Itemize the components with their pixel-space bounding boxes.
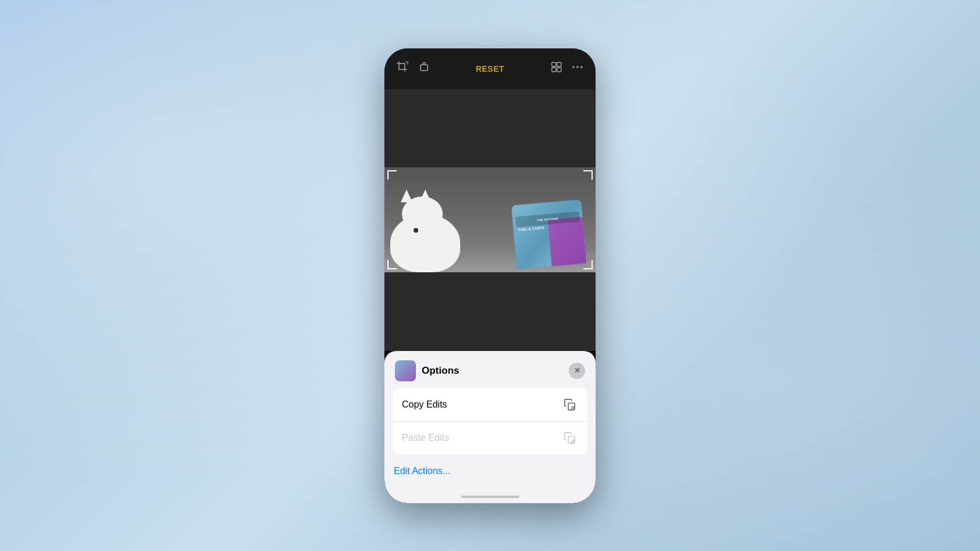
cat-image: THE NATIONS FISH & CHIPS <box>384 167 596 272</box>
paste-edits-item: Paste Edits <box>393 422 587 454</box>
paste-edits-icon <box>562 430 578 446</box>
svg-point-7 <box>580 66 583 68</box>
svg-point-5 <box>572 66 575 68</box>
svg-rect-2 <box>557 62 561 66</box>
svg-rect-4 <box>557 68 561 72</box>
crop-icon[interactable] <box>396 61 409 76</box>
options-header-left: Options <box>395 360 459 381</box>
toolbar-left <box>396 61 430 76</box>
edit-actions-container: Edit Actions... <box>384 460 596 479</box>
options-title: Options <box>422 365 459 377</box>
toolbar: RESET <box>384 48 596 89</box>
edit-actions-link[interactable]: Edit Actions... <box>394 466 450 476</box>
svg-rect-0 <box>421 65 428 71</box>
copy-edits-label: Copy Edits <box>402 399 447 410</box>
copy-edits-icon <box>562 396 578 413</box>
reset-button[interactable]: RESET <box>475 64 504 73</box>
bottom-sheet: Options ✕ Copy Edits <box>384 351 596 490</box>
paste-edits-label: Paste Edits <box>402 433 449 443</box>
svg-rect-3 <box>552 68 556 72</box>
home-indicator <box>384 490 596 503</box>
options-header: Options ✕ <box>384 351 596 388</box>
svg-rect-1 <box>552 62 556 66</box>
svg-point-6 <box>576 66 579 68</box>
options-list: Copy Edits Paste Edits <box>393 388 587 454</box>
photo-display: THE NATIONS FISH & CHIPS <box>384 167 596 272</box>
rotate-icon[interactable] <box>418 61 430 76</box>
close-button[interactable]: ✕ <box>569 363 585 379</box>
more-icon[interactable] <box>571 61 584 76</box>
options-thumbnail <box>395 360 416 381</box>
home-bar <box>461 496 519 498</box>
grid-icon[interactable] <box>550 61 563 76</box>
image-area: THE NATIONS FISH & CHIPS <box>384 89 596 351</box>
copy-edits-item[interactable]: Copy Edits <box>393 388 587 422</box>
phone-container: RESET <box>384 48 596 503</box>
toolbar-right <box>550 61 584 76</box>
